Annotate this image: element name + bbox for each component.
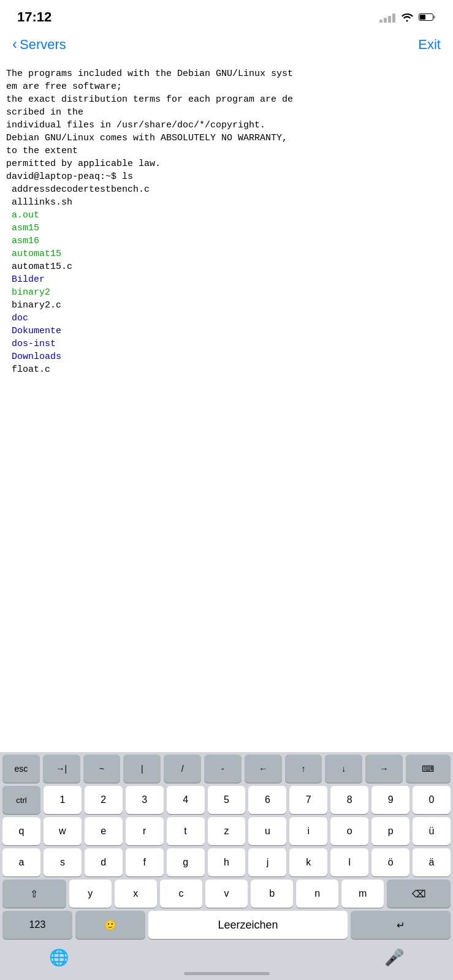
terminal-output: The programs included with the Debian GN…: [0, 62, 453, 577]
key-y[interactable]: y: [69, 880, 112, 908]
key-8[interactable]: 8: [330, 786, 368, 814]
chevron-left-icon: ‹: [12, 37, 17, 51]
key-6[interactable]: 6: [248, 786, 286, 814]
signal-icon: [379, 12, 395, 23]
key-w[interactable]: w: [44, 817, 82, 845]
home-bar: [184, 972, 270, 975]
svg-rect-2: [420, 15, 425, 20]
svg-rect-1: [433, 16, 435, 19]
bottom-bar: 🌐 🎤: [0, 942, 453, 972]
back-button[interactable]: ‹ Servers: [12, 37, 66, 53]
key-up-arrow[interactable]: ↑: [285, 755, 322, 783]
number-row: ctrl 1 2 3 4 5 6 7 8 9 0: [0, 786, 453, 814]
status-icons: [379, 12, 436, 23]
key-pipe[interactable]: |: [123, 755, 161, 783]
func-row: esc →| ~ | / - ← ↑ ↓ → ⌨: [0, 755, 453, 783]
key-5[interactable]: 5: [208, 786, 246, 814]
status-bar: 17:12: [0, 0, 453, 31]
num-key[interactable]: 123: [2, 911, 72, 939]
key-q[interactable]: q: [2, 817, 40, 845]
nav-bar: ‹ Servers Exit: [0, 31, 453, 62]
key-r[interactable]: r: [126, 817, 164, 845]
key-minus[interactable]: -: [204, 755, 242, 783]
key-v[interactable]: v: [205, 880, 248, 908]
key-f[interactable]: f: [126, 848, 164, 876]
key-ouml[interactable]: ö: [371, 848, 409, 876]
key-k[interactable]: k: [289, 848, 327, 876]
battery-icon: [419, 12, 436, 22]
key-9[interactable]: 9: [371, 786, 409, 814]
key-j[interactable]: j: [248, 848, 286, 876]
key-e[interactable]: e: [85, 817, 123, 845]
qwerty-row: q w e r t z u i o p ü: [0, 817, 453, 845]
key-0[interactable]: 0: [413, 786, 451, 814]
key-m[interactable]: m: [341, 880, 384, 908]
key-esc[interactable]: esc: [2, 755, 40, 783]
space-key[interactable]: Leerzeichen: [148, 911, 348, 939]
asdf-row: a s d f g h j k l ö ä: [0, 848, 453, 876]
key-g[interactable]: g: [167, 848, 205, 876]
key-4[interactable]: 4: [167, 786, 205, 814]
key-s[interactable]: s: [44, 848, 82, 876]
mic-icon[interactable]: 🎤: [384, 948, 404, 967]
keyboard: esc →| ~ | / - ← ↑ ↓ → ⌨ ctrl 1 2 3 4 5 …: [0, 752, 453, 980]
key-right-arrow[interactable]: →: [365, 755, 403, 783]
key-7[interactable]: 7: [289, 786, 327, 814]
key-p[interactable]: p: [371, 817, 409, 845]
zxcv-row: ⇧ y x c v b n m ⌫: [0, 880, 453, 908]
key-slash[interactable]: /: [164, 755, 201, 783]
key-l[interactable]: l: [330, 848, 368, 876]
key-u[interactable]: u: [248, 817, 286, 845]
key-x[interactable]: x: [115, 880, 157, 908]
backspace-key[interactable]: ⌫: [387, 880, 451, 908]
key-n[interactable]: n: [296, 880, 338, 908]
wifi-icon: [400, 12, 414, 22]
key-d[interactable]: d: [85, 848, 123, 876]
space-row: 123 🙂 Leerzeichen ↵: [0, 911, 453, 939]
key-z[interactable]: z: [208, 817, 246, 845]
key-left-arrow[interactable]: ←: [245, 755, 282, 783]
shift-key[interactable]: ⇧: [2, 880, 66, 908]
exit-label: Exit: [418, 37, 441, 52]
key-i[interactable]: i: [289, 817, 327, 845]
status-time: 17:12: [17, 9, 51, 25]
key-tilde[interactable]: ~: [83, 755, 121, 783]
globe-icon[interactable]: 🌐: [49, 948, 69, 967]
key-auml[interactable]: ä: [413, 848, 451, 876]
key-a[interactable]: a: [2, 848, 40, 876]
emoji-key[interactable]: 🙂: [75, 911, 145, 939]
key-h[interactable]: h: [208, 848, 246, 876]
key-keyboard-icon[interactable]: ⌨: [406, 755, 451, 783]
exit-button[interactable]: Exit: [418, 37, 441, 53]
key-tab[interactable]: →|: [43, 755, 80, 783]
key-3[interactable]: 3: [126, 786, 164, 814]
key-1[interactable]: 1: [44, 786, 82, 814]
key-uuml[interactable]: ü: [413, 817, 451, 845]
key-t[interactable]: t: [167, 817, 205, 845]
key-b[interactable]: b: [251, 880, 293, 908]
return-key[interactable]: ↵: [351, 911, 451, 939]
key-2[interactable]: 2: [85, 786, 123, 814]
key-o[interactable]: o: [330, 817, 368, 845]
home-indicator: [0, 972, 453, 980]
key-down-arrow[interactable]: ↓: [325, 755, 362, 783]
key-ctrl[interactable]: ctrl: [2, 786, 40, 814]
back-label: Servers: [20, 37, 66, 53]
key-c[interactable]: c: [160, 880, 202, 908]
